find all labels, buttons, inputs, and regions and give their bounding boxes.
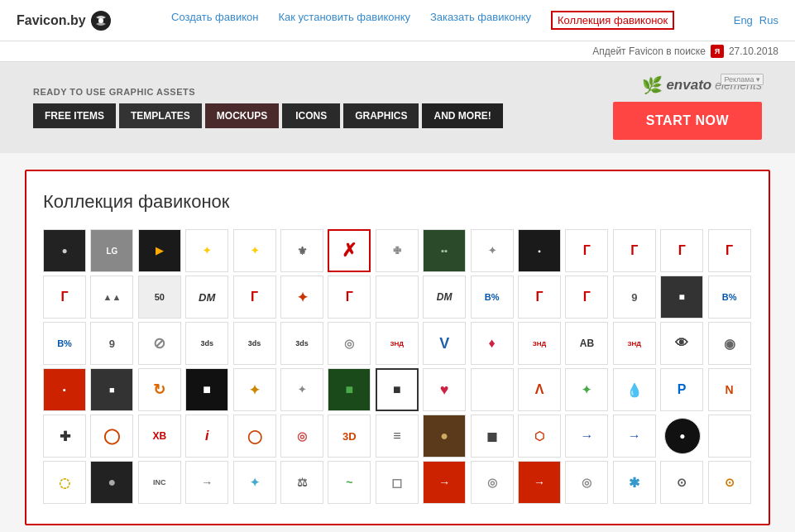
nav-install[interactable]: Как установить фавиконку: [278, 11, 410, 30]
favicon-item[interactable]: ✙: [376, 229, 419, 272]
favicon-item[interactable]: ◼: [471, 415, 514, 458]
favicon-item[interactable]: i: [185, 415, 228, 458]
favicon-item[interactable]: ✦: [565, 368, 608, 411]
favicon-item[interactable]: ЗНД: [518, 322, 561, 365]
favicon-item[interactable]: Г: [565, 276, 608, 319]
favicon-item[interactable]: 👁: [660, 322, 703, 365]
favicon-item[interactable]: Г: [708, 229, 751, 272]
lang-eng[interactable]: Eng: [734, 14, 753, 26]
favicon-item[interactable]: ●: [90, 461, 133, 504]
favicon-item[interactable]: ◎: [471, 461, 514, 504]
favicon-item[interactable]: ▶: [138, 229, 181, 272]
favicon-item[interactable]: Λ: [518, 368, 561, 411]
favicon-item[interactable]: →: [423, 461, 466, 504]
favicon-item[interactable]: ✚: [43, 415, 86, 458]
start-now-button[interactable]: START NOW: [613, 102, 762, 140]
favicon-item[interactable]: 9: [90, 322, 133, 365]
favicon-item[interactable]: INC: [138, 461, 181, 504]
favicon-item[interactable]: ◻: [376, 461, 419, 504]
favicon-item[interactable]: ⊙: [660, 461, 703, 504]
favicon-item[interactable]: [471, 368, 514, 411]
favicon-item[interactable]: ♥: [423, 368, 466, 411]
lang-rus[interactable]: Rus: [759, 14, 778, 26]
favicon-item[interactable]: Г: [43, 276, 86, 319]
favicon-item[interactable]: ▪▪: [423, 229, 466, 272]
favicon-item[interactable]: Г: [660, 229, 703, 272]
btn-graphics[interactable]: GRAPHICS: [343, 103, 419, 128]
favicon-item[interactable]: 💧: [613, 368, 656, 411]
favicon-item[interactable]: ◉: [708, 322, 751, 365]
favicon-item[interactable]: ✦: [471, 229, 514, 272]
favicon-item[interactable]: ✱: [613, 461, 656, 504]
favicon-item[interactable]: Г: [233, 276, 276, 319]
favicon-item[interactable]: ■: [328, 368, 371, 411]
favicon-item[interactable]: ⊙: [708, 461, 751, 504]
favicon-item[interactable]: ◎: [328, 322, 371, 365]
favicon-item[interactable]: ЗНД: [376, 322, 419, 365]
favicon-item[interactable]: [708, 415, 751, 458]
favicon-item[interactable]: ▪: [518, 229, 561, 272]
favicon-item[interactable]: →: [565, 415, 608, 458]
favicon-item[interactable]: ↻: [138, 368, 181, 411]
favicon-item[interactable]: AB: [565, 322, 608, 365]
favicon-item[interactable]: ✗: [328, 229, 371, 272]
favicon-item[interactable]: ▲▲: [90, 276, 133, 319]
favicon-item[interactable]: ⚖: [280, 461, 323, 504]
btn-icons[interactable]: ICONS: [282, 103, 340, 128]
favicon-item[interactable]: 3D: [328, 415, 371, 458]
favicon-item[interactable]: ▪: [43, 368, 86, 411]
favicon-item[interactable]: 3ds: [280, 322, 323, 365]
favicon-item[interactable]: ♦: [471, 322, 514, 365]
favicon-item[interactable]: XB: [138, 415, 181, 458]
favicon-item[interactable]: ■: [185, 368, 228, 411]
favicon-item[interactable]: ◎: [280, 415, 323, 458]
favicon-item[interactable]: ■: [376, 368, 419, 411]
favicon-item[interactable]: ✦: [280, 368, 323, 411]
favicon-item[interactable]: ◯: [90, 415, 133, 458]
favicon-item[interactable]: ■: [660, 276, 703, 319]
favicon-item[interactable]: ●: [423, 415, 466, 458]
favicon-item[interactable]: Г: [613, 229, 656, 272]
favicon-item[interactable]: ✦: [233, 229, 276, 272]
favicon-item[interactable]: B%: [471, 276, 514, 319]
favicon-item[interactable]: 50: [138, 276, 181, 319]
btn-mockups[interactable]: MOCKUPS: [205, 103, 279, 128]
favicon-item[interactable]: B%: [708, 276, 751, 319]
favicon-item[interactable]: P: [660, 368, 703, 411]
favicon-item[interactable]: ◎: [565, 461, 608, 504]
favicon-item[interactable]: ⬡: [518, 415, 561, 458]
logo[interactable]: Favicon.by: [17, 9, 113, 32]
btn-free-items[interactable]: FREE ITEMS: [33, 103, 116, 128]
favicon-item[interactable]: Г: [328, 276, 371, 319]
favicon-item[interactable]: Г: [565, 229, 608, 272]
favicon-item[interactable]: ✦: [280, 276, 323, 319]
favicon-item[interactable]: Г: [518, 276, 561, 319]
favicon-item[interactable]: ◯: [233, 415, 276, 458]
favicon-item[interactable]: B%: [43, 322, 86, 365]
favicon-item[interactable]: LG: [90, 229, 133, 272]
favicon-item[interactable]: ✦: [233, 461, 276, 504]
favicon-item[interactable]: ●: [664, 418, 701, 454]
favicon-item[interactable]: →: [613, 415, 656, 458]
nav-collection[interactable]: Коллекция фавиконок: [551, 11, 674, 30]
favicon-item[interactable]: V: [423, 322, 466, 365]
btn-more[interactable]: AND MORE!: [422, 103, 502, 128]
favicon-item[interactable]: ■: [90, 368, 133, 411]
favicon-item[interactable]: →: [185, 461, 228, 504]
favicon-item[interactable]: ◌: [43, 461, 86, 504]
nav-order[interactable]: Заказать фавиконку: [430, 11, 531, 30]
favicon-item[interactable]: ⚜: [280, 229, 323, 272]
favicon-item[interactable]: [376, 276, 419, 319]
btn-templates[interactable]: TEMPLATES: [119, 103, 202, 128]
favicon-item[interactable]: DM: [185, 276, 228, 319]
favicon-item[interactable]: ~: [328, 461, 371, 504]
favicon-item[interactable]: 3ds: [233, 322, 276, 365]
favicon-item[interactable]: 3ds: [185, 322, 228, 365]
favicon-item[interactable]: ✦: [233, 368, 276, 411]
favicon-item[interactable]: 9: [613, 276, 656, 319]
favicon-item[interactable]: N: [708, 368, 751, 411]
favicon-item[interactable]: ⊘: [138, 322, 181, 365]
favicon-item[interactable]: ●: [43, 229, 86, 272]
favicon-item[interactable]: DM: [423, 276, 466, 319]
favicon-item[interactable]: ЗНД: [613, 322, 656, 365]
